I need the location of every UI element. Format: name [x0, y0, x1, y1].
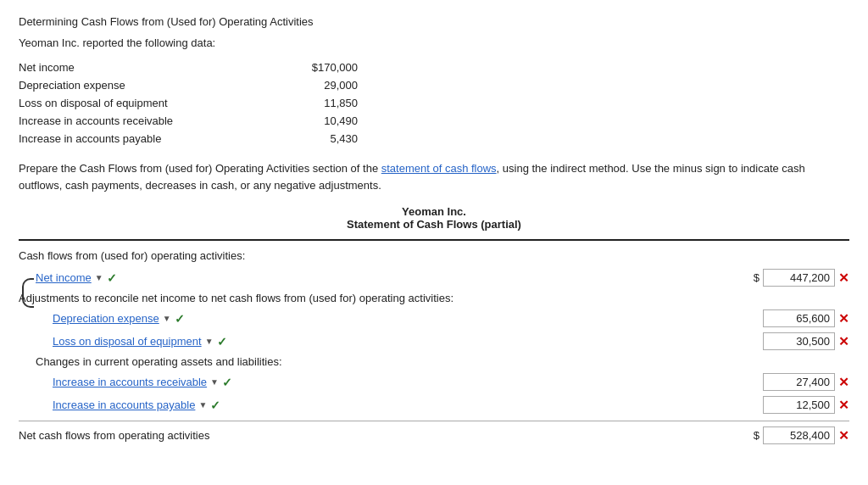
inc-ap-clear-icon[interactable]: ✕ [838, 398, 849, 413]
depreciation-value: 29,000 [256, 79, 358, 92]
statement-title: Yeoman Inc. Statement of Cash Flows (par… [19, 205, 849, 231]
net-cash-input[interactable] [763, 426, 835, 444]
net-income-clear-icon[interactable]: ✕ [838, 270, 849, 286]
inc-ap-label: Increase in accounts payable [19, 132, 256, 145]
net-cash-label: Net cash flows from operating activities [19, 429, 209, 442]
net-cash-input-group: $ ✕ [754, 426, 849, 444]
inc-ap-link[interactable]: Increase in accounts payable [53, 399, 195, 411]
inc-ar-row-label: Increase in accounts receivable ▼ ✓ [53, 376, 232, 389]
loss-disposal-check-icon: ✓ [217, 335, 227, 348]
loss-disposal-link[interactable]: Loss on disposal of equipment [53, 335, 202, 348]
instructions-before: Prepare the Cash Flows from (used for) O… [19, 162, 381, 175]
cash-flows-link[interactable]: statement of cash flows [381, 162, 497, 175]
side-arc-decoration [22, 278, 34, 308]
net-income-input[interactable] [763, 269, 835, 287]
inc-ap-row-label: Increase in accounts payable ▼ ✓ [53, 399, 220, 412]
depreciation-dropdown-icon[interactable]: ▼ [163, 314, 171, 323]
data-table: Net income $170,000 Depreciation expense… [19, 61, 849, 145]
subtitle: Yeoman Inc. reported the following data: [19, 36, 849, 49]
section-header: Cash flows from (used for) operating act… [19, 249, 849, 262]
inc-ar-clear-icon[interactable]: ✕ [838, 375, 849, 390]
inc-ap-check-icon: ✓ [210, 399, 220, 412]
loss-disposal-label: Loss on disposal of equipment [19, 97, 256, 109]
statement-section: Cash flows from (used for) operating act… [19, 239, 849, 444]
company-name: Yeoman Inc. [19, 205, 849, 218]
loss-disposal-row-label: Loss on disposal of equipment ▼ ✓ [53, 335, 227, 348]
loss-disposal-row: Loss on disposal of equipment ▼ ✓ ✕ [19, 332, 849, 350]
net-income-row: Net income ▼ ✓ $ ✕ [19, 269, 849, 287]
inc-ap-input[interactable] [763, 396, 835, 414]
depreciation-link[interactable]: Depreciation expense [53, 312, 159, 325]
net-cash-clear-icon[interactable]: ✕ [838, 428, 849, 443]
inc-ar-value: 10,490 [256, 114, 358, 127]
net-income-label: Net income [19, 61, 256, 74]
net-income-row-label: Net income ▼ ✓ [36, 271, 117, 285]
net-income-dollar-sign: $ [754, 271, 760, 284]
inc-ap-dropdown-icon[interactable]: ▼ [198, 400, 207, 410]
net-income-link[interactable]: Net income [36, 271, 92, 284]
adjustments-header: Adjustments to reconcile net income to n… [19, 292, 849, 304]
inc-ap-input-group: ✕ [763, 396, 849, 414]
loss-disposal-dropdown-icon[interactable]: ▼ [205, 337, 214, 346]
inc-ar-check-icon: ✓ [222, 376, 232, 389]
inc-ar-input[interactable] [763, 373, 835, 391]
list-item: Depreciation expense 29,000 [19, 79, 849, 92]
net-income-value: $170,000 [256, 61, 358, 74]
loss-disposal-input[interactable] [763, 332, 835, 350]
document-title: Statement of Cash Flows (partial) [19, 218, 849, 231]
depreciation-row-label: Depreciation expense ▼ ✓ [53, 312, 185, 326]
inc-ar-dropdown-icon[interactable]: ▼ [210, 377, 219, 387]
instructions: Prepare the Cash Flows from (used for) O… [19, 160, 849, 193]
list-item: Net income $170,000 [19, 61, 849, 74]
inc-ar-link[interactable]: Increase in accounts receivable [53, 376, 207, 388]
net-cash-row: Net cash flows from operating activities… [19, 421, 849, 444]
loss-disposal-value: 11,850 [256, 97, 358, 109]
inc-ar-input-group: ✕ [763, 373, 849, 391]
depreciation-clear-icon[interactable]: ✕ [838, 311, 849, 326]
depreciation-input[interactable] [763, 309, 835, 327]
inc-ap-value: 5,430 [256, 132, 358, 145]
net-income-dropdown-icon[interactable]: ▼ [95, 273, 103, 282]
list-item: Increase in accounts payable 5,430 [19, 132, 849, 145]
inc-ap-row: Increase in accounts payable ▼ ✓ ✕ [19, 396, 849, 414]
net-cash-dollar-sign: $ [754, 429, 760, 442]
inc-ar-label: Increase in accounts receivable [19, 114, 256, 127]
depreciation-label: Depreciation expense [19, 79, 256, 92]
loss-disposal-input-group: ✕ [763, 332, 849, 350]
depreciation-input-group: ✕ [763, 309, 849, 327]
depreciation-row: Depreciation expense ▼ ✓ ✕ [19, 309, 849, 327]
list-item: Loss on disposal of equipment 11,850 [19, 97, 849, 109]
net-income-input-group: $ ✕ [754, 269, 849, 287]
title: Determining Cash Flows from (Used for) O… [19, 15, 849, 28]
net-income-check-icon: ✓ [107, 271, 117, 285]
changes-header: Changes in current operating assets and … [19, 355, 849, 368]
inc-ar-row: Increase in accounts receivable ▼ ✓ ✕ [19, 373, 849, 391]
depreciation-check-icon: ✓ [175, 312, 185, 326]
loss-disposal-clear-icon[interactable]: ✕ [838, 334, 849, 349]
list-item: Increase in accounts receivable 10,490 [19, 114, 849, 127]
